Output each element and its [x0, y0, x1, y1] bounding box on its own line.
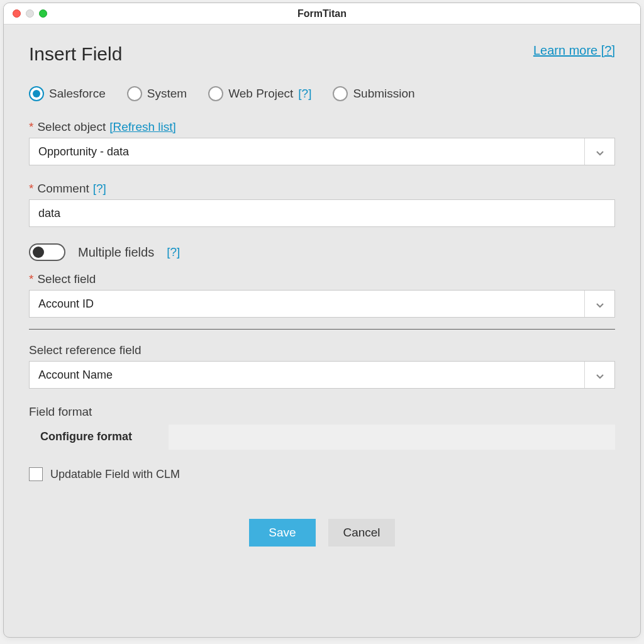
reference-field-dropdown[interactable]: Account Name [29, 361, 615, 389]
chevron-down-icon [584, 291, 614, 317]
radio-icon [29, 86, 44, 101]
select-field-value: Account ID [38, 297, 94, 311]
radio-salesforce[interactable]: Salesforce [29, 86, 106, 101]
close-window-button[interactable] [13, 9, 21, 18]
divider [29, 329, 615, 330]
chevron-down-icon [584, 138, 614, 165]
learn-more-link[interactable]: Learn more [?] [533, 43, 615, 58]
radio-label: Salesforce [49, 87, 106, 101]
radio-label: Submission [353, 87, 414, 101]
select-object-label: Select object [37, 120, 106, 134]
comment-input[interactable]: data [29, 199, 615, 227]
titlebar: FormTitan [4, 3, 640, 25]
chevron-down-icon [584, 362, 614, 388]
save-button[interactable]: Save [249, 519, 316, 547]
comment-help-icon[interactable]: [?] [93, 182, 106, 196]
radio-submission[interactable]: Submission [333, 86, 414, 101]
comment-label: Comment [37, 182, 89, 196]
reference-field-value: Account Name [38, 369, 113, 382]
select-object-value: Opportunity - data [38, 145, 129, 158]
minimize-window-button[interactable] [26, 9, 34, 18]
radio-label: System [147, 87, 187, 101]
toggle-knob-icon [33, 247, 44, 258]
page-title: Insert Field [29, 43, 122, 65]
required-marker: * [29, 182, 33, 196]
cancel-button[interactable]: Cancel [328, 519, 395, 547]
format-preview-box [169, 425, 615, 450]
radio-web-project[interactable]: Web Project [?] [208, 86, 311, 101]
multiple-fields-toggle[interactable] [29, 243, 65, 261]
select-object-dropdown[interactable]: Opportunity - data [29, 138, 615, 165]
required-marker: * [29, 272, 33, 286]
updatable-label: Updatable Field with CLM [50, 468, 180, 481]
radio-icon [127, 86, 142, 101]
web-project-help-icon[interactable]: [?] [298, 87, 311, 101]
field-format-label: Field format [29, 405, 92, 419]
radio-system[interactable]: System [127, 86, 187, 101]
window-title: FormTitan [4, 8, 640, 19]
multiple-fields-help-icon[interactable]: [?] [167, 245, 180, 259]
reference-field-label: Select reference field [29, 343, 142, 357]
radio-icon [208, 86, 223, 101]
multiple-fields-label: Multiple fields [78, 245, 154, 260]
window-controls [13, 9, 47, 18]
comment-value: data [38, 207, 60, 220]
radio-icon [333, 86, 348, 101]
select-field-label: Select field [37, 272, 96, 286]
select-field-dropdown[interactable]: Account ID [29, 290, 615, 318]
source-radio-group: Salesforce System Web Project [?] Submis… [29, 86, 615, 101]
updatable-checkbox[interactable] [29, 467, 43, 481]
zoom-window-button[interactable] [39, 9, 47, 18]
radio-label: Web Project [228, 87, 293, 101]
refresh-list-link[interactable]: [Refresh list] [109, 120, 176, 134]
configure-format-button[interactable]: Configure format [29, 424, 143, 450]
required-marker: * [29, 120, 33, 134]
dialog-content: Insert Field Learn more [?] Salesforce S… [4, 25, 640, 572]
dialog-window: FormTitan Insert Field Learn more [?] Sa… [3, 3, 641, 638]
